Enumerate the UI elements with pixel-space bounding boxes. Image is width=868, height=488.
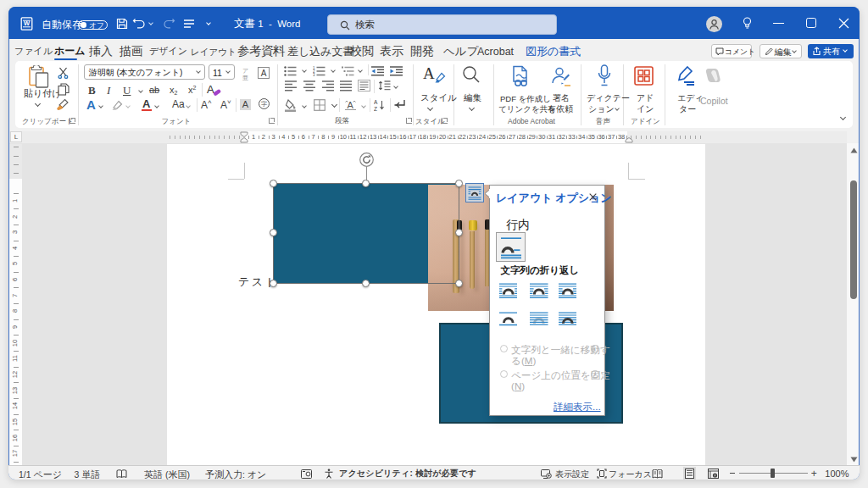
svg-text:3: 3 <box>313 73 315 76</box>
svg-text:W: W <box>24 19 31 27</box>
svg-text:Z: Z <box>374 105 377 111</box>
svg-text:A: A <box>374 99 378 105</box>
svg-text:A: A <box>348 100 354 110</box>
